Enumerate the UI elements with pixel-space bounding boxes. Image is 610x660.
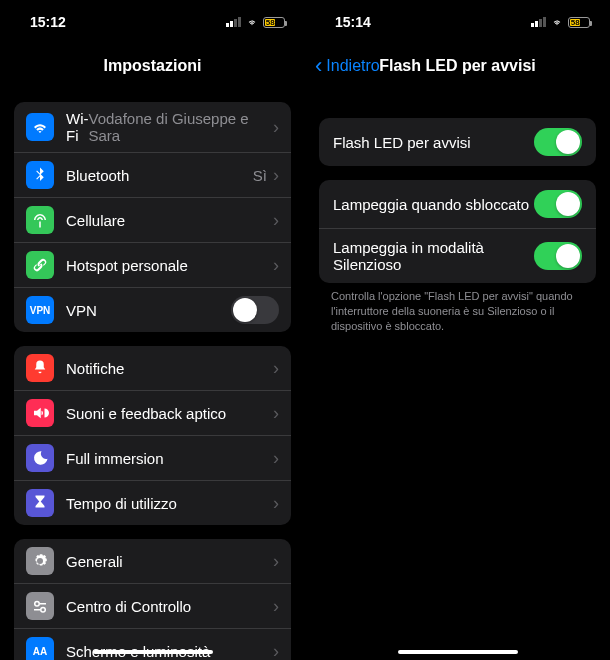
chevron-right-icon: ›: [273, 210, 279, 231]
row-detail: Sì: [253, 167, 267, 184]
row-label: VPN: [66, 302, 231, 319]
battery-icon: 58: [263, 17, 285, 28]
toggle-switch[interactable]: [534, 128, 582, 156]
settings-row-speaker[interactable]: Suoni e feedback aptico›: [14, 391, 291, 436]
wifi-status-icon: [550, 17, 564, 27]
chevron-right-icon: ›: [273, 358, 279, 379]
settings-row: Lampeggia quando sbloccato: [319, 180, 596, 229]
status-time: 15:14: [335, 14, 371, 30]
cellular-signal-icon: [226, 17, 241, 27]
row-label: Cellulare: [66, 212, 273, 229]
toggle-switch[interactable]: [534, 190, 582, 218]
nav-bar: ‹ Indietro Flash LED per avvisi: [305, 44, 610, 88]
home-indicator[interactable]: [398, 650, 518, 654]
settings-row: Flash LED per avvisi: [319, 118, 596, 166]
row-label: Hotspot personale: [66, 257, 273, 274]
bluetooth-icon: [26, 161, 54, 189]
row-detail: Vodafone di Giuseppe e Sara: [89, 110, 268, 144]
toggle-switch[interactable]: [534, 242, 582, 270]
row-label: Flash LED per avvisi: [333, 134, 534, 151]
status-right: 58: [531, 17, 590, 28]
row-label: Lampeggia quando sbloccato: [333, 196, 534, 213]
battery-icon: 58: [568, 17, 590, 28]
speaker-icon: [26, 399, 54, 427]
vpn-icon: VPN: [26, 296, 54, 324]
settings-row-hourglass[interactable]: Tempo di utilizzo›: [14, 481, 291, 525]
wifi-icon: [26, 113, 54, 141]
hourglass-icon: [26, 489, 54, 517]
row-label: Bluetooth: [66, 167, 253, 184]
row-label: Suoni e feedback aptico: [66, 405, 273, 422]
chevron-right-icon: ›: [273, 493, 279, 514]
row-label: Centro di Controllo: [66, 598, 273, 615]
row-label: Lampeggia in modalità Silenzioso: [333, 239, 534, 273]
row-label: Full immersion: [66, 450, 273, 467]
page-title: Impostazioni: [0, 57, 305, 75]
row-label: Wi-Fi: [66, 110, 89, 144]
chevron-right-icon: ›: [273, 117, 279, 138]
settings-row-wifi[interactable]: Wi-FiVodafone di Giuseppe e Sara›: [14, 102, 291, 153]
chevron-right-icon: ›: [273, 165, 279, 186]
settings-screen: 15:12 58 Impostazioni Wi-FiVodafone di G…: [0, 0, 305, 660]
status-right: 58: [226, 17, 285, 28]
settings-row-antenna[interactable]: Cellulare›: [14, 198, 291, 243]
settings-group: Notifiche›Suoni e feedback aptico›Full i…: [14, 346, 291, 525]
group-footer-text: Controlla l'opzione "Flash LED per avvis…: [305, 283, 610, 334]
aa-icon: AA: [26, 637, 54, 660]
wifi-status-icon: [245, 17, 259, 27]
chevron-right-icon: ›: [273, 403, 279, 424]
flash-led-screen: 15:14 58 ‹ Indietro Flash LED per avvisi…: [305, 0, 610, 660]
chevron-left-icon: ‹: [315, 55, 322, 77]
back-button[interactable]: ‹ Indietro: [315, 55, 380, 77]
chevron-right-icon: ›: [273, 596, 279, 617]
settings-row-bluetooth[interactable]: BluetoothSì›: [14, 153, 291, 198]
status-time: 15:12: [30, 14, 66, 30]
status-bar: 15:14 58: [305, 0, 610, 44]
moon-icon: [26, 444, 54, 472]
nav-bar: Impostazioni: [0, 44, 305, 88]
settings-group: Generali›Centro di Controllo›AASchermo e…: [14, 539, 291, 660]
chevron-right-icon: ›: [273, 641, 279, 661]
settings-row-vpn[interactable]: VPNVPN: [14, 288, 291, 332]
status-bar: 15:12 58: [0, 0, 305, 44]
row-label: Notifiche: [66, 360, 273, 377]
settings-row-moon[interactable]: Full immersion›: [14, 436, 291, 481]
chevron-right-icon: ›: [273, 551, 279, 572]
row-label: Tempo di utilizzo: [66, 495, 273, 512]
settings-row-aa[interactable]: AASchermo e luminosità›: [14, 629, 291, 660]
gear-icon: [26, 547, 54, 575]
toggle-switch[interactable]: [231, 296, 279, 324]
settings-group: Wi-FiVodafone di Giuseppe e Sara›Bluetoo…: [14, 102, 291, 332]
settings-group: Lampeggia quando sbloccatoLampeggia in m…: [319, 180, 596, 283]
switches-icon: [26, 592, 54, 620]
chevron-right-icon: ›: [273, 255, 279, 276]
row-label: Generali: [66, 553, 273, 570]
cellular-signal-icon: [531, 17, 546, 27]
antenna-icon: [26, 206, 54, 234]
settings-row-link[interactable]: Hotspot personale›: [14, 243, 291, 288]
settings-row-gear[interactable]: Generali›: [14, 539, 291, 584]
settings-row-switches[interactable]: Centro di Controllo›: [14, 584, 291, 629]
settings-group: Flash LED per avvisi: [319, 118, 596, 166]
back-label: Indietro: [326, 57, 379, 75]
link-icon: [26, 251, 54, 279]
home-indicator[interactable]: [93, 650, 213, 654]
settings-row: Lampeggia in modalità Silenzioso: [319, 229, 596, 283]
bell-icon: [26, 354, 54, 382]
chevron-right-icon: ›: [273, 448, 279, 469]
settings-row-bell[interactable]: Notifiche›: [14, 346, 291, 391]
